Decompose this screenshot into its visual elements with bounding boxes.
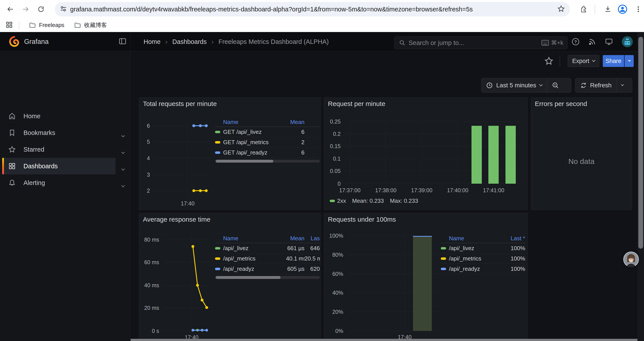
axis-tick: 0 s (152, 328, 159, 334)
panel-title[interactable]: Request per minute (328, 100, 385, 108)
sidebar-toggle-icon[interactable] (118, 37, 127, 46)
bookmarks-bar: Freeleaps 收藏博客 (0, 19, 644, 32)
profile-icon[interactable] (617, 4, 628, 15)
data-point (192, 189, 195, 192)
legend-table: NameMeanLas/api/_livez661 µs646/api/_met… (215, 234, 320, 279)
download-icon[interactable] (602, 4, 614, 15)
grafana-logo[interactable] (8, 35, 20, 48)
breadcrumb-separator: › (165, 38, 168, 46)
reload-icon[interactable] (35, 4, 47, 15)
axis-tick: 17:40 (181, 200, 195, 206)
assistant-avatar[interactable] (623, 251, 639, 267)
data-point (196, 284, 199, 287)
chevron-down-icon[interactable] (122, 148, 124, 155)
legend-row[interactable]: GET /api/_readyz6 (215, 147, 320, 158)
apps-grid-icon[interactable] (6, 21, 13, 29)
share-dropdown-button[interactable] (624, 55, 634, 67)
bookmark-star-icon[interactable] (557, 5, 565, 14)
zoom-out-icon (552, 82, 559, 89)
share-button[interactable]: Share (603, 55, 624, 67)
series-value: 100% (506, 245, 525, 252)
legend-row[interactable]: /api/_livez100% (441, 243, 525, 253)
horizontal-scrollbar[interactable] (131, 339, 638, 341)
axis-tick: 0 (338, 181, 341, 187)
site-settings-icon[interactable] (60, 5, 67, 14)
legend-header[interactable]: NameMean (215, 118, 320, 127)
search-input[interactable]: Search or jump to... ⌘+k (394, 37, 568, 49)
legend-row[interactable]: GET /api/_livez6 (215, 127, 320, 137)
refresh-icon (580, 82, 587, 89)
series-value: 100% (506, 265, 525, 272)
panel-title[interactable]: Requests under 100ms (328, 216, 396, 223)
chevron-down-icon[interactable] (122, 181, 124, 188)
bar-chart[interactable]: 0.250.20.150.10.05017:37:0017:38:0017:39… (324, 97, 528, 210)
breadcrumb: Home › Dashboards › Freeleaps Metrics Da… (144, 33, 329, 51)
sidebar-item-starred[interactable]: Starred (0, 141, 131, 158)
legend-inline[interactable]: 2xx Mean: 0.233 Max: 0.233 (330, 197, 424, 204)
series-value: 40.1 ms (286, 255, 304, 262)
bar-chart[interactable]: 100%80%60%40%20%0%17:40 (324, 213, 528, 341)
chevron-down-icon[interactable] (122, 131, 124, 138)
legend-header[interactable]: NameLast * (441, 234, 525, 243)
sidebar-item-dashboards[interactable]: Dashboards (0, 158, 131, 174)
screen-icon[interactable] (603, 36, 615, 47)
search-icon (399, 40, 406, 46)
time-range-picker[interactable]: Last 5 minutes (481, 78, 547, 92)
legend-header[interactable]: NameMeanLas (215, 234, 320, 243)
axis-tick: 60% (332, 271, 343, 277)
refresh-interval-dropdown[interactable] (616, 78, 628, 92)
user-avatar[interactable] (622, 36, 633, 47)
legend-row[interactable]: GET /api/_metrics2 (215, 137, 320, 147)
legend-row[interactable]: /api/_metrics40.1 ms20.5 m (215, 253, 320, 264)
axis-tick: 6 (147, 123, 150, 129)
star-dashboard-icon[interactable] (544, 56, 554, 67)
series-color-pill (215, 151, 220, 154)
series-label[interactable]: 2xx (337, 197, 346, 204)
toolbar-divider (560, 56, 560, 66)
legend-row[interactable]: /api/_readyz605 µs620 (215, 264, 320, 274)
back-arrow-icon[interactable] (4, 4, 16, 15)
url-text: grafana.mathmast.com/d/deytv4rwavabkb/fr… (70, 6, 557, 13)
grafana-header: Grafana Home › Dashboards › Freeleaps Me… (0, 33, 644, 51)
search-shortcut: ⌘+k (551, 39, 563, 46)
address-bar[interactable]: grafana.mathmast.com/d/deytv4rwavabkb/fr… (55, 2, 570, 17)
help-icon[interactable]: ? (570, 36, 581, 47)
bookmark-folder-blogs[interactable]: 收藏博客 (74, 21, 107, 29)
bar (488, 126, 499, 184)
chevron-down-icon[interactable] (122, 164, 124, 172)
sidebar-item-bookmarks[interactable]: Bookmarks (0, 124, 131, 141)
axis-tick: 3 (147, 172, 150, 178)
refresh-button[interactable]: Refresh (576, 78, 616, 92)
breadcrumb-home[interactable]: Home (144, 38, 160, 46)
svg-text:?: ? (574, 40, 577, 44)
breadcrumb-dashboards[interactable]: Dashboards (172, 38, 206, 46)
window-scrollbar-thumb[interactable] (638, 37, 643, 249)
bookmark-folder-freeleaps[interactable]: Freeleaps (29, 22, 64, 29)
axis-tick: 60 ms (144, 259, 159, 265)
series-label: GET /api/_metrics (223, 139, 286, 146)
axis-tick: 0.05 (330, 168, 341, 174)
news-rss-icon[interactable] (586, 36, 598, 47)
sidebar-item-alerting[interactable]: Alerting (0, 174, 131, 191)
series-color-pill (330, 200, 335, 202)
panel-title[interactable]: Errors per second (535, 100, 587, 108)
legend-row[interactable]: /api/_readyz100% (441, 264, 525, 274)
panel-title[interactable]: Total requests per minute (143, 100, 217, 108)
legend-row[interactable]: /api/_livez661 µs646 (215, 243, 320, 253)
series-color-pill (441, 247, 446, 249)
zoom-out-time-button[interactable] (547, 78, 564, 92)
legend-row[interactable]: /api/_metrics100% (441, 253, 525, 264)
bar (413, 236, 432, 331)
extensions-icon[interactable] (578, 4, 590, 15)
series-color-pill (215, 141, 220, 144)
forward-arrow-icon[interactable] (20, 4, 31, 15)
legend-scrollbar[interactable] (215, 160, 320, 163)
export-button[interactable]: Export (568, 55, 599, 67)
keyboard-icon (542, 40, 549, 46)
panel-title[interactable]: Average response time (143, 216, 210, 223)
series-line (193, 246, 207, 307)
menu-kebab-icon[interactable] (632, 4, 644, 15)
axis-tick: 0.1 (333, 156, 341, 162)
legend-scrollbar[interactable] (215, 276, 320, 279)
sidebar-item-home[interactable]: Home (0, 108, 131, 124)
